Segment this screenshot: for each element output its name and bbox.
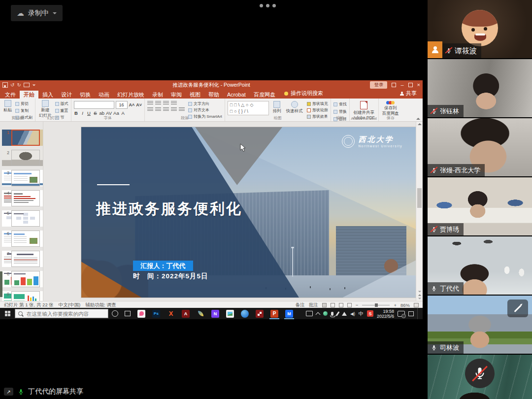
align-left-icon[interactable]	[147, 107, 153, 112]
slide-thumbnail[interactable]: 1	[2, 130, 43, 146]
taskbar-app-icon[interactable]: M	[282, 308, 297, 319]
indent-increase-icon[interactable]	[171, 101, 177, 105]
align-text-button[interactable]: 对齐文本	[188, 107, 222, 113]
find-button[interactable]: 查找	[333, 101, 347, 107]
columns-icon[interactable]	[179, 107, 185, 112]
participant-tile[interactable]: 张熳-西北大学	[428, 118, 532, 176]
replace-button[interactable]: 替换	[333, 109, 347, 114]
previous-slide-icon[interactable]	[418, 294, 421, 296]
participant-tile[interactable]: 贾博琇	[428, 177, 532, 235]
volume-icon[interactable]: ◀)	[350, 311, 355, 316]
search-input[interactable]	[26, 310, 105, 317]
language-indicator[interactable]: 中文(中国)	[59, 302, 80, 308]
clock[interactable]: 19:582022/5/6	[377, 309, 394, 319]
action-center-icon[interactable]	[408, 311, 414, 316]
redo-icon[interactable]: ↻	[17, 83, 21, 88]
slide-thumbnail[interactable]: 7	[2, 251, 43, 267]
scroll-up-icon[interactable]	[418, 123, 422, 125]
taskbar-search[interactable]	[15, 309, 108, 318]
ribbon-tab[interactable]: 开始	[20, 91, 38, 99]
document-scrollbar[interactable]	[416, 122, 423, 301]
ribbon-tab[interactable]: 录制	[148, 91, 167, 99]
minimize-button[interactable]: –	[400, 82, 403, 88]
ribbon-tab[interactable]: 视图	[186, 91, 204, 99]
sogou-ime-icon[interactable]: S	[367, 310, 373, 317]
tray-mic-icon[interactable]	[331, 312, 333, 316]
taskbar-app-icon[interactable]: P	[267, 308, 282, 319]
shape-fill-button[interactable]: 形状填充	[307, 101, 328, 106]
recording-badge[interactable]: ☁ 录制中	[11, 5, 63, 21]
participant-tile[interactable]: 谭筱波	[428, 0, 532, 58]
participant-tile[interactable]	[428, 355, 532, 399]
undo-icon[interactable]: ↺	[10, 83, 14, 88]
justify-icon[interactable]	[171, 107, 177, 112]
slide-thumbnail[interactable]: 2	[2, 150, 43, 166]
tell-me-search[interactable]: 操作说明搜索	[284, 90, 323, 99]
taskbar-app-icon[interactable]	[223, 308, 237, 319]
slide-thumbnail[interactable]: 3	[2, 170, 43, 186]
show-hidden-icons-chevron[interactable]	[316, 312, 321, 317]
slideshow-view-icon[interactable]	[347, 303, 352, 307]
notes-toggle[interactable]: 备注	[296, 302, 305, 308]
normal-view-icon[interactable]	[322, 303, 327, 307]
slide-thumbnail[interactable]: 9	[2, 291, 43, 301]
slide-thumbnail[interactable]: 8	[2, 271, 43, 287]
ribbon-display-options-icon[interactable]	[392, 83, 396, 87]
network-app-icon[interactable]	[323, 311, 328, 316]
arrange-button[interactable]: 排列	[272, 101, 282, 113]
font-size-combobox[interactable]: 16	[116, 101, 128, 109]
layout-button[interactable]: 版式	[55, 101, 68, 106]
ribbon-tab[interactable]: 切换	[76, 91, 95, 99]
quick-styles-button[interactable]: 快速样式	[285, 101, 304, 113]
taskbar-app-icon[interactable]	[237, 308, 252, 319]
pen-input-icon[interactable]	[335, 311, 339, 316]
zoom-out-icon[interactable]: −	[356, 302, 359, 308]
save-to-pan-button[interactable]: 保存到百度网盘	[381, 100, 400, 116]
meeting-controls-handle[interactable]	[258, 4, 277, 7]
taskbar-app-icon[interactable]: X	[164, 308, 178, 319]
comments-toggle[interactable]: 批注	[309, 302, 318, 308]
close-button[interactable]: ×	[417, 82, 420, 88]
cut-button[interactable]: 剪切	[15, 101, 33, 106]
reset-button[interactable]: 重置	[55, 108, 68, 113]
indent-decrease-icon[interactable]	[163, 101, 169, 105]
taskbar-app-icon[interactable]: A	[178, 308, 193, 319]
scrollbar-thumb[interactable]	[417, 188, 422, 208]
zoom-level[interactable]: 86%	[400, 302, 410, 308]
touch-keyboard-icon[interactable]	[398, 311, 405, 317]
next-slide-icon[interactable]	[418, 298, 421, 299]
numbered-list-icon[interactable]	[155, 101, 161, 105]
participant-tile[interactable]: 司林波	[428, 296, 532, 354]
grow-font-icon[interactable]: A˄	[129, 102, 135, 107]
taskbar-app-icon[interactable]: N	[208, 308, 223, 319]
ribbon-tab[interactable]: Acrobat	[223, 91, 250, 99]
slide-thumbnail[interactable]: 5	[2, 210, 43, 227]
thumbnail-scrollbar[interactable]	[0, 271, 2, 297]
ribbon-tab[interactable]: 插入	[38, 91, 57, 99]
shrink-font-icon[interactable]: A˅	[136, 102, 142, 107]
restore-button[interactable]	[408, 83, 413, 87]
start-button[interactable]	[0, 308, 15, 319]
copy-button[interactable]: 复制	[15, 108, 33, 113]
ribbon-tab[interactable]: 动画	[95, 91, 113, 99]
zoom-slider-thumb[interactable]	[375, 303, 378, 307]
wifi-icon[interactable]	[342, 312, 347, 316]
signin-button[interactable]: 登录	[370, 81, 387, 89]
taskbar-app-icon[interactable]	[252, 308, 267, 319]
start-slideshow-icon[interactable]	[24, 83, 30, 87]
taskbar-app-icon[interactable]	[193, 308, 208, 319]
participant-tile[interactable]: 张钰林	[428, 59, 532, 117]
reading-view-icon[interactable]	[339, 303, 343, 307]
show-desktop-button[interactable]	[417, 308, 420, 319]
paste-button[interactable]: 粘贴	[2, 100, 13, 112]
slide-thumbnail[interactable]: 4	[2, 190, 43, 206]
cortana-button[interactable]	[108, 310, 121, 317]
shape-gallery[interactable]: □□\△○◇□○{}/\	[228, 101, 269, 115]
ribbon-tab[interactable]: 设计	[57, 91, 76, 99]
align-center-icon[interactable]	[155, 107, 161, 112]
annotation-pen-icon[interactable]	[507, 299, 528, 317]
screen-clip-icon[interactable]	[306, 311, 313, 316]
slide-sorter-view-icon[interactable]	[331, 303, 335, 307]
slide-thumbnail[interactable]: 6	[2, 231, 43, 247]
ribbon-tab[interactable]: 帮助	[204, 91, 223, 99]
